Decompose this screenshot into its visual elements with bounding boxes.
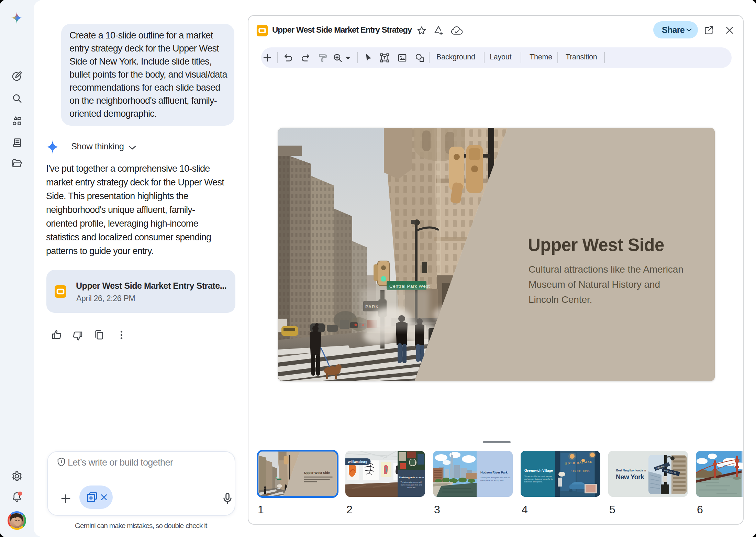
svg-text:Williamsburg: Williamsburg bbox=[348, 460, 367, 464]
svg-text:A new park along the river tha: A new park along the river that’s a bbox=[480, 477, 511, 479]
svg-text:New York: New York bbox=[616, 473, 644, 481]
svg-text:Hudson River Park: Hudson River Park bbox=[480, 471, 508, 474]
svg-text:Thriving arts scene with: Thriving arts scene with bbox=[400, 481, 422, 483]
svg-text:street art: street art bbox=[407, 487, 415, 489]
svg-text:Thriving arts scene: Thriving arts scene bbox=[399, 476, 424, 479]
svg-text:Central Park West: Central Park West bbox=[389, 284, 430, 289]
svg-text:bohemian atmosphere.: bohemian atmosphere. bbox=[524, 481, 543, 483]
svg-text:and comedy clubs and known for: and comedy clubs and known for its bbox=[524, 478, 553, 480]
svg-text:Upper West Side: Upper West Side bbox=[304, 471, 330, 475]
svg-text:Greenwich Village: Greenwich Village bbox=[524, 469, 553, 472]
svg-text:great place for a long walk: great place for a long walk bbox=[480, 479, 504, 481]
svg-text:numerous galleries and: numerous galleries and bbox=[401, 484, 422, 486]
svg-text:SINCE 1895: SINCE 1895 bbox=[571, 470, 590, 473]
svg-text:Best Neighborhoods in: Best Neighborhoods in bbox=[616, 469, 646, 472]
svg-text:Vibrant nightlife, live music: Vibrant nightlife, live music venues, bbox=[524, 475, 552, 477]
